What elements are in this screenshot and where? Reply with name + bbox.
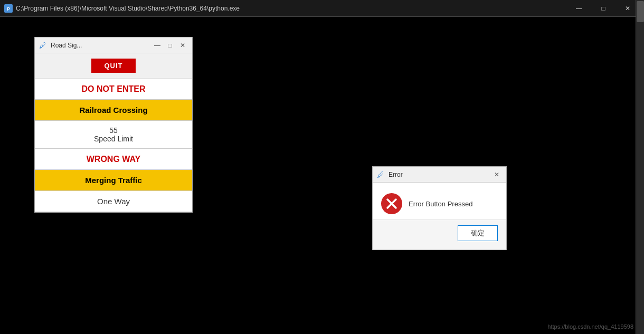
road-sign-restore[interactable]: □: [165, 40, 175, 51]
road-sign-close[interactable]: ✕: [177, 40, 188, 51]
main-titlebar: P C:\Program Files (x86)\Microsoft Visua…: [0, 0, 644, 17]
svg-text:P: P: [7, 6, 10, 12]
restore-button[interactable]: □: [591, 0, 615, 17]
quit-button[interactable]: QUIT: [91, 59, 135, 73]
main-titlebar-text: C:\Program Files (x86)\Microsoft Visual …: [16, 5, 567, 12]
one-way-label: One Way: [35, 192, 192, 211]
road-sign-titlebar: 🖊 Road Sig... — □ ✕: [35, 37, 192, 53]
sign-row-wrong-way[interactable]: WRONG WAY: [35, 149, 192, 170]
sign-row-merging-traffic[interactable]: Merging Traffic: [35, 170, 192, 191]
sign-row-do-not-enter[interactable]: DO NOT ENTER: [35, 79, 192, 100]
sign-row-speed-limit[interactable]: 55 Speed Limit: [35, 121, 192, 149]
road-sign-controls: — □ ✕: [152, 40, 188, 51]
right-scrollbar[interactable]: [636, 0, 644, 334]
app-icon: P: [4, 4, 13, 13]
railroad-crossing-label: Railroad Crossing: [35, 100, 192, 120]
error-title: Error: [389, 171, 491, 178]
scrollbar-thumb[interactable]: [637, 1, 644, 22]
error-body: Error Button Pressed: [373, 183, 506, 220]
wrong-way-label: WRONG WAY: [35, 149, 192, 169]
minimize-button[interactable]: —: [567, 0, 591, 17]
speed-limit-text: Speed Limit: [94, 135, 133, 143]
road-sign-title: Road Sig...: [51, 42, 152, 49]
error-titlebar: 🖊 Error ✕: [373, 167, 506, 183]
ok-button[interactable]: 确定: [458, 225, 498, 241]
error-dialog: 🖊 Error ✕ Error Button Pressed 确定: [372, 166, 507, 250]
error-close-button[interactable]: ✕: [491, 169, 502, 180]
road-sign-app-icon: 🖊: [39, 41, 48, 50]
sign-row-railroad-crossing[interactable]: Railroad Crossing: [35, 100, 192, 121]
error-app-icon: 🖊: [377, 170, 385, 179]
error-footer: 确定: [373, 220, 506, 250]
bottom-url: https://blog.csdn.net/qq_4119598: [547, 323, 633, 330]
sign-row-one-way[interactable]: One Way: [35, 191, 192, 212]
error-icon: [381, 193, 402, 214]
error-message: Error Button Pressed: [409, 200, 472, 208]
do-not-enter-label: DO NOT ENTER: [35, 79, 192, 99]
speed-limit-number: 55: [109, 126, 118, 135]
road-sign-minimize[interactable]: —: [152, 40, 163, 51]
road-sign-window: 🖊 Road Sig... — □ ✕ QUIT DO NOT ENTER Ra…: [34, 37, 193, 213]
speed-limit-label: 55 Speed Limit: [35, 121, 192, 148]
titlebar-controls: — □ ✕: [567, 0, 640, 17]
road-sign-body: QUIT DO NOT ENTER Railroad Crossing 55 S…: [35, 53, 192, 212]
merging-traffic-label: Merging Traffic: [35, 170, 192, 190]
quit-row: QUIT: [35, 53, 192, 79]
